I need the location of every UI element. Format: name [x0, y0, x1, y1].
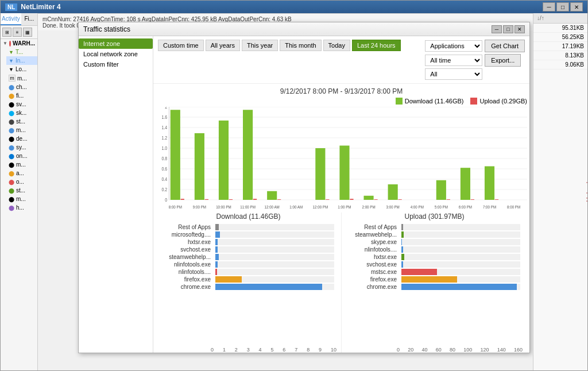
- list-item[interactable]: ⬤ st...: [6, 117, 37, 126]
- tab-activity[interactable]: Activity: [1, 13, 21, 25]
- filter-icon: ▼: [9, 67, 14, 72]
- alltime-dropdown[interactable]: All time: [425, 55, 482, 66]
- applications-dropdown[interactable]: Applications: [425, 40, 482, 52]
- list-item[interactable]: ▼ Lo...: [6, 65, 37, 74]
- bar-track: [215, 246, 334, 253]
- skype-icon: ⬤: [9, 110, 14, 116]
- custom-time-button[interactable]: Custom time: [158, 40, 204, 51]
- title-bar-left: NL NetLimiter 4: [5, 3, 61, 11]
- bar-fill: [401, 224, 403, 230]
- list-item[interactable]: ⬤ m...: [6, 195, 37, 203]
- chrome-icon: ⬤: [9, 84, 14, 90]
- download-bar-row: nlinfotools....: [163, 269, 334, 275]
- list-item[interactable]: ⬤ sk...: [6, 109, 37, 117]
- bar-label: hxtsr.exe: [349, 254, 399, 260]
- right-value-3: 17.19KB: [533, 42, 587, 51]
- bar-upload-13: [495, 199, 498, 200]
- list-item[interactable]: ⬤ fi...: [6, 91, 37, 100]
- bar-track: [401, 239, 520, 245]
- list-item[interactable]: ⬤ de...: [6, 134, 37, 143]
- list-item[interactable]: ⬤ st...: [6, 186, 37, 195]
- bar-download-8: [363, 196, 373, 200]
- export-button[interactable]: Export...: [485, 54, 521, 67]
- app-icon-m3: ⬤: [9, 196, 14, 202]
- download-bar-row: Rest of Apps: [163, 224, 334, 230]
- list-item[interactable]: ⬤ h...: [6, 203, 37, 212]
- list-item[interactable]: ⬤ on...: [6, 152, 37, 160]
- custom-filter-item[interactable]: Custom filter: [79, 59, 153, 69]
- list-item[interactable]: ⬤ sy...: [6, 143, 37, 152]
- bar-download-1: [195, 133, 204, 200]
- bar-fill: [215, 261, 218, 268]
- svg-text:1.4: 1.4: [162, 125, 168, 130]
- app-icon-a: ⬤: [9, 171, 14, 176]
- bar-label: nlinfotools.exe: [163, 261, 213, 268]
- dialog-title-text: Traffic statistics: [83, 25, 130, 33]
- close-button[interactable]: ✕: [570, 2, 583, 11]
- sidebar-item-group[interactable]: ▼ WARH...: [1, 39, 37, 48]
- list-item[interactable]: m m...: [6, 74, 37, 83]
- list-item[interactable]: ▼ T...: [6, 48, 37, 56]
- legend-upload-label: Upload (0.29GB): [479, 98, 527, 105]
- list-item[interactable]: ⬤ sv...: [6, 100, 37, 109]
- maximize-button[interactable]: □: [556, 2, 569, 11]
- list-item[interactable]: ⬤ m...: [6, 126, 37, 134]
- svg-text:0.2: 0.2: [162, 187, 168, 192]
- this-month-button[interactable]: This month: [280, 40, 321, 51]
- list-item[interactable]: ⬤ m...: [6, 160, 37, 169]
- svg-text:0.6: 0.6: [162, 166, 168, 172]
- bar-label: steamwebhelp...: [349, 231, 399, 238]
- list-item[interactable]: ▼ In...: [6, 56, 37, 65]
- applications-row: Applications Get Chart: [425, 40, 525, 52]
- download-x-axis: 012345678910: [160, 346, 336, 353]
- title-bar-controls: ─ □ ✕: [543, 2, 583, 11]
- app-body: Activity Fi... ⊞ ≡ ▦ ▼ WARH... ▼ T...: [1, 13, 587, 370]
- all-row: All: [425, 68, 525, 80]
- minimize-button[interactable]: ─: [543, 2, 555, 11]
- firefox-icon: ⬤: [9, 93, 14, 99]
- bar-upload-11: [447, 199, 450, 200]
- bar-track: [215, 254, 334, 260]
- dialog-minimize-button[interactable]: ─: [492, 25, 502, 33]
- chart-panel: Custom time All years This year This mon…: [153, 36, 529, 353]
- dialog-restore-button[interactable]: □: [503, 25, 513, 33]
- upload-bar-row: mstsc.exe: [349, 269, 520, 275]
- get-chart-button[interactable]: Get Chart: [485, 40, 525, 52]
- bar-chart-svg: 0 0.2 0.4 0.6 0.8 1.0 1.2 1.4 1.6 2: [156, 107, 527, 210]
- bar-upload-6: [326, 199, 329, 200]
- app-icon-small: m: [9, 75, 16, 82]
- sidebar-icon-btn-3[interactable]: ▦: [23, 28, 32, 37]
- list-item[interactable]: ⬤ a...: [6, 169, 37, 177]
- all-dropdown[interactable]: All: [425, 68, 482, 80]
- this-year-button[interactable]: This year: [242, 40, 278, 51]
- status-dot: [9, 41, 11, 47]
- download-bar-row: microsoftedg....: [163, 231, 334, 238]
- right-sidebar-header: ↓/↑: [533, 13, 587, 24]
- right-value-2: 56.25KB: [533, 33, 587, 42]
- svc-icon: ⬤: [9, 102, 14, 107]
- local-network-zone-item[interactable]: Local network zone: [79, 49, 153, 59]
- list-item[interactable]: ⬤ o...: [6, 177, 37, 186]
- upload-x-axis: 020406080100120140160: [346, 346, 523, 353]
- list-item[interactable]: ⬤ ch...: [6, 83, 37, 91]
- today-button[interactable]: Today: [323, 40, 350, 51]
- bar-label: Rest of Apps: [163, 224, 213, 230]
- sidebar-icon-btn-1[interactable]: ⊞: [2, 28, 11, 37]
- svg-text:1.6: 1.6: [162, 114, 168, 120]
- sidebar-icon-btn-2[interactable]: ≡: [13, 28, 22, 37]
- bar-fill: [215, 246, 218, 253]
- last-24h-button[interactable]: Last 24 hours: [352, 40, 401, 51]
- bar-upload-2: [229, 199, 233, 200]
- tab-filter[interactable]: Fi...: [21, 13, 37, 25]
- dialog-close-button[interactable]: ✕: [514, 25, 525, 33]
- bar-track: [401, 284, 520, 290]
- svg-text:8:00 PM: 8:00 PM: [169, 204, 182, 210]
- svg-text:0.4: 0.4: [162, 176, 168, 182]
- upload-bar-row: nlinfotools....: [349, 246, 520, 253]
- bar-fill: [215, 284, 322, 290]
- all-years-button[interactable]: All years: [206, 40, 240, 51]
- app-icon-on: ⬤: [9, 153, 14, 159]
- internet-zone-item[interactable]: Internet zone: [79, 38, 153, 49]
- bar-fill: [401, 261, 403, 268]
- zone-panel: Internet zone Local network zone Custom …: [79, 36, 153, 353]
